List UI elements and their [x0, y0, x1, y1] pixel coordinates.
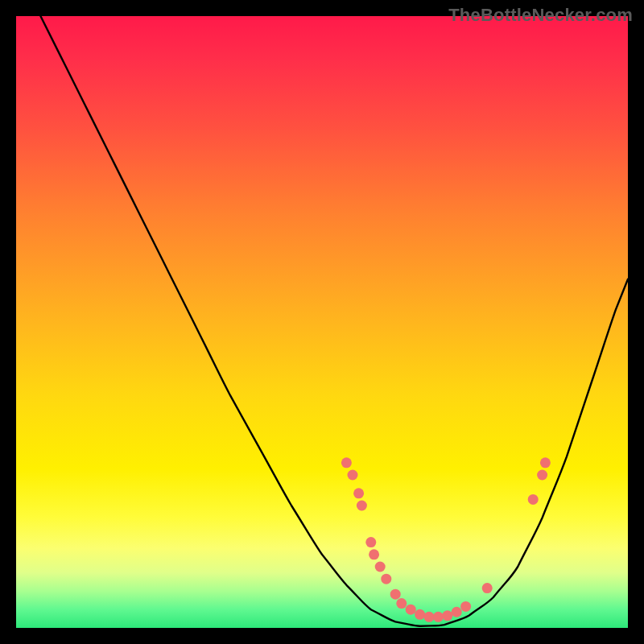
data-marker [460, 601, 471, 612]
data-marker [381, 574, 391, 584]
data-marker [415, 609, 425, 620]
data-marker [540, 457, 551, 468]
data-marker [341, 457, 352, 468]
data-marker [353, 488, 364, 498]
data-marker [369, 549, 379, 559]
plot-area [16, 16, 628, 628]
data-marker [452, 607, 462, 617]
data-marker [396, 598, 407, 609]
data-marker [375, 562, 386, 572]
marker-layer [341, 457, 551, 622]
data-marker [406, 605, 416, 615]
data-marker [433, 612, 444, 622]
data-marker [357, 501, 367, 511]
data-marker [537, 470, 547, 481]
data-marker [348, 470, 358, 481]
chart-frame: TheBottleNecker.com [0, 0, 644, 644]
watermark-text: TheBottleNecker.com [448, 5, 633, 26]
data-marker [390, 589, 401, 600]
data-marker [424, 612, 435, 622]
bottleneck-curve [40, 16, 628, 626]
data-marker [528, 494, 539, 505]
data-marker [442, 610, 452, 621]
curve-layer [40, 16, 628, 626]
data-marker [482, 583, 493, 593]
chart-overlay [16, 16, 628, 628]
data-marker [365, 537, 376, 547]
